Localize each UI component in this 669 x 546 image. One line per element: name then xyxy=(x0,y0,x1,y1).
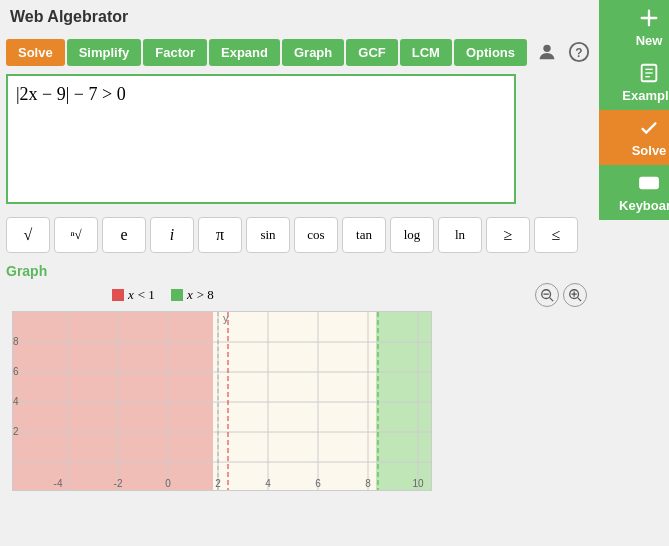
legend-item-red: x < 1 xyxy=(112,287,155,303)
app-title: Web Algebrator xyxy=(0,0,599,34)
toolbar: Solve Simplify Factor Expand Graph GCF L… xyxy=(0,34,599,70)
tab-options[interactable]: Options xyxy=(454,39,527,66)
tab-graph[interactable]: Graph xyxy=(282,39,344,66)
svg-text:6: 6 xyxy=(13,366,19,377)
zoom-in-button[interactable] xyxy=(563,283,587,307)
tab-expand[interactable]: Expand xyxy=(209,39,280,66)
svg-text:6: 6 xyxy=(315,478,321,489)
tab-gcf[interactable]: GCF xyxy=(346,39,397,66)
input-area: |2x − 9| − 7 > 0 xyxy=(0,70,599,211)
lte-key[interactable]: ≤ xyxy=(534,217,578,253)
graph-svg: y 8 6 4 2 -4 -2 0 2 4 6 8 10 xyxy=(13,312,432,491)
svg-text:-4: -4 xyxy=(54,478,63,489)
graph-label: Graph xyxy=(6,263,593,279)
graph-container: y 8 6 4 2 -4 -2 0 2 4 6 8 10 xyxy=(12,311,432,491)
svg-line-9 xyxy=(578,298,582,302)
i-key[interactable]: i xyxy=(150,217,194,253)
log-key[interactable]: log xyxy=(390,217,434,253)
graph-legend-row: x < 1 x > 8 xyxy=(6,283,593,307)
svg-text:0: 0 xyxy=(165,478,171,489)
legend-item-green: x > 8 xyxy=(171,287,214,303)
solve-label: Solve xyxy=(632,143,667,158)
ln-key[interactable]: ln xyxy=(438,217,482,253)
example-button[interactable]: Example xyxy=(599,55,669,110)
legend-green-box xyxy=(171,289,183,301)
math-keyboard: √ ⁿ√ e i π sin cos tan log ln ≥ ≤ xyxy=(0,211,599,259)
help-icon-button[interactable]: ? xyxy=(565,38,593,66)
tab-solve[interactable]: Solve xyxy=(6,39,65,66)
keyboard-button[interactable]: ▼ Keyboard xyxy=(599,165,669,220)
math-input[interactable]: |2x − 9| − 7 > 0 xyxy=(6,74,516,204)
solve-button[interactable]: Solve xyxy=(599,110,669,165)
zoom-out-button[interactable] xyxy=(535,283,559,307)
tab-simplify[interactable]: Simplify xyxy=(67,39,142,66)
legend-right xyxy=(535,283,587,307)
pi-key[interactable]: π xyxy=(198,217,242,253)
legend-green-op: > 8 xyxy=(197,287,214,303)
e-key[interactable]: e xyxy=(102,217,146,253)
keyboard-label: Keyboard xyxy=(619,198,669,213)
sqrt-key[interactable]: √ xyxy=(6,217,50,253)
svg-line-5 xyxy=(550,298,554,302)
svg-text:10: 10 xyxy=(412,478,424,489)
cos-key[interactable]: cos xyxy=(294,217,338,253)
solve-checkmark-icon xyxy=(638,117,660,139)
new-icon xyxy=(638,7,660,29)
gte-key[interactable]: ≥ xyxy=(486,217,530,253)
svg-text:4: 4 xyxy=(13,396,19,407)
example-icon xyxy=(638,62,660,84)
svg-text:8: 8 xyxy=(13,336,19,347)
tan-key[interactable]: tan xyxy=(342,217,386,253)
tab-factor[interactable]: Factor xyxy=(143,39,207,66)
svg-text:2: 2 xyxy=(215,478,221,489)
svg-text:4: 4 xyxy=(265,478,271,489)
toolbar-icons: ? xyxy=(533,38,593,66)
svg-point-0 xyxy=(543,45,550,52)
legend-green-label: x xyxy=(187,287,193,303)
new-button[interactable]: New xyxy=(599,0,669,55)
nthroot-key[interactable]: ⁿ√ xyxy=(54,217,98,253)
svg-text:y: y xyxy=(223,312,229,324)
svg-rect-43 xyxy=(640,178,658,189)
svg-text:8: 8 xyxy=(365,478,371,489)
new-label: New xyxy=(636,33,663,48)
svg-text:?: ? xyxy=(575,46,582,60)
example-label: Example xyxy=(622,88,669,103)
user-icon-button[interactable] xyxy=(533,38,561,66)
legend-red-op: < 1 xyxy=(138,287,155,303)
legend-red-label: x xyxy=(128,287,134,303)
tab-lcm[interactable]: LCM xyxy=(400,39,452,66)
keyboard-icon xyxy=(638,172,660,194)
svg-text:2: 2 xyxy=(13,426,19,437)
svg-text:-2: -2 xyxy=(114,478,123,489)
sin-key[interactable]: sin xyxy=(246,217,290,253)
legend-left: x < 1 x > 8 xyxy=(12,287,214,303)
legend-red-box xyxy=(112,289,124,301)
sidebar: New Example Solve ▼ xyxy=(599,0,669,495)
graph-section: Graph x < 1 x > 8 xyxy=(0,259,599,495)
